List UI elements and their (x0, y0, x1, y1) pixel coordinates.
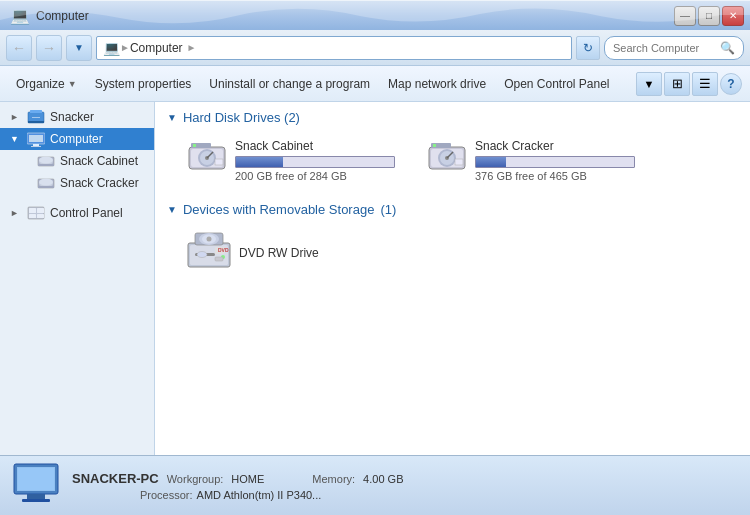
organize-label: Organize (16, 77, 65, 91)
maximize-button[interactable]: □ (698, 6, 720, 26)
hard-disk-section-header: ▼ Hard Disk Drives (2) (167, 110, 738, 125)
main-area: ► Snacker ▼ Computer Snack Cabinet (0, 102, 750, 455)
system-properties-label: System properties (95, 77, 192, 91)
search-box: 🔍 (604, 36, 744, 60)
breadcrumb-arrow: ► (120, 42, 130, 53)
svg-rect-54 (22, 499, 50, 502)
drive-icon-snack-cracker (427, 139, 467, 175)
svg-rect-20 (37, 214, 44, 218)
svg-rect-46 (215, 257, 223, 261)
drives-grid: Snack Cabinet 200 GB free of 284 GB (167, 135, 738, 186)
drive-bar-container (475, 156, 635, 168)
sidebar-item-computer[interactable]: ▼ Computer (0, 128, 154, 150)
search-input[interactable] (613, 42, 716, 54)
status-pc-icon (12, 462, 60, 509)
sidebar-item-snack-cracker[interactable]: Snack Cracker (0, 172, 154, 194)
title-wave (0, 0, 750, 30)
snack-cabinet-icon (36, 153, 56, 169)
back-button[interactable]: ← (6, 35, 32, 61)
svg-rect-55 (18, 468, 54, 490)
address-input[interactable]: 💻 ► Computer ► (96, 36, 572, 60)
drive-name: Snack Cabinet (235, 139, 395, 153)
status-bar: SNACKER-PC Workgroup: HOME Memory: 4.00 … (0, 455, 750, 515)
drive-size: 376 GB free of 465 GB (475, 170, 635, 182)
map-network-button[interactable]: Map network drive (380, 70, 494, 98)
svg-rect-27 (215, 159, 223, 165)
workgroup-value: HOME (231, 473, 264, 485)
drive-bar (236, 157, 283, 167)
open-control-label: Open Control Panel (504, 77, 609, 91)
close-button[interactable]: ✕ (722, 6, 744, 26)
svg-rect-7 (31, 146, 41, 147)
large-icons-button[interactable]: ⊞ (664, 72, 690, 96)
pc-name: SNACKER-PC (72, 471, 159, 486)
svg-point-42 (197, 252, 207, 258)
view-dropdown-button[interactable]: ▼ (636, 72, 662, 96)
breadcrumb-arrow2: ► (187, 42, 197, 53)
snack-cabinet-label: Snack Cabinet (60, 154, 138, 168)
control-panel-icon (26, 205, 46, 221)
computer-icon (26, 131, 46, 147)
drive-item-snack-cracker[interactable]: Snack Cracker 376 GB free of 465 GB (423, 135, 639, 186)
drive-name: Snack Cracker (475, 139, 635, 153)
drive-size: 200 GB free of 284 GB (235, 170, 395, 182)
svg-point-10 (39, 157, 53, 164)
svg-rect-38 (433, 144, 436, 147)
svg-rect-36 (455, 159, 463, 165)
svg-rect-29 (193, 144, 196, 147)
collapse-arrow-removable[interactable]: ▼ (167, 204, 177, 215)
sidebar-item-control-panel[interactable]: ► Control Panel (0, 202, 154, 224)
svg-rect-19 (29, 214, 36, 218)
list-view-button[interactable]: ☰ (692, 72, 718, 96)
window-title: Computer (36, 9, 89, 23)
forward-button[interactable]: → (36, 35, 62, 61)
status-info: SNACKER-PC Workgroup: HOME Memory: 4.00 … (72, 471, 403, 501)
uninstall-label: Uninstall or change a program (209, 77, 370, 91)
view-buttons: ▼ ⊞ ☰ (636, 72, 718, 96)
memory-value: 4.00 GB (363, 473, 403, 485)
processor-label: Processor: (140, 489, 193, 501)
toolbar: Organize ▼ System properties Uninstall o… (0, 66, 750, 102)
app-icon: 💻 (10, 6, 30, 25)
content-panel: ▼ Hard Disk Drives (2) (155, 102, 750, 455)
organize-arrow: ▼ (68, 79, 77, 89)
svg-rect-1 (30, 110, 42, 113)
snack-cracker-label: Snack Cracker (60, 176, 139, 190)
hard-disk-title: Hard Disk Drives (2) (183, 110, 300, 125)
snacker-label: Snacker (50, 110, 94, 124)
dropdown-button[interactable]: ▼ (66, 35, 92, 61)
search-icon: 🔍 (720, 41, 735, 55)
uninstall-button[interactable]: Uninstall or change a program (201, 70, 378, 98)
svg-rect-5 (29, 135, 43, 142)
drive-bar-container (235, 156, 395, 168)
drive-bar (476, 157, 506, 167)
control-panel-label: Control Panel (50, 206, 123, 220)
removable-count: (1) (380, 202, 396, 217)
dvd-icon: DVD (187, 231, 231, 274)
sidebar-item-snack-cabinet[interactable]: Snack Cabinet (0, 150, 154, 172)
svg-rect-3 (32, 117, 40, 118)
removable-title-text: Devices with Removable Storage (183, 202, 374, 217)
removable-items: DVD DVD RW Drive (167, 227, 738, 278)
organize-button[interactable]: Organize ▼ (8, 70, 85, 98)
breadcrumb-path: Computer (130, 41, 183, 55)
snack-cracker-icon (36, 175, 56, 191)
open-control-button[interactable]: Open Control Panel (496, 70, 617, 98)
sidebar-item-snacker[interactable]: ► Snacker (0, 106, 154, 128)
dvd-drive-item[interactable]: DVD DVD RW Drive (183, 227, 738, 278)
drive-info-snack-cracker: Snack Cracker 376 GB free of 465 GB (475, 139, 635, 182)
minimize-button[interactable]: — (674, 6, 696, 26)
expand-arrow: ▼ (10, 134, 22, 144)
dvd-name: DVD RW Drive (239, 246, 319, 260)
drive-item-snack-cabinet[interactable]: Snack Cabinet 200 GB free of 284 GB (183, 135, 399, 186)
workgroup-label: Workgroup: (167, 473, 224, 485)
svg-point-50 (207, 237, 212, 242)
computer-label: Computer (50, 132, 103, 146)
system-properties-button[interactable]: System properties (87, 70, 200, 98)
svg-point-14 (39, 179, 53, 186)
collapse-arrow[interactable]: ▼ (167, 112, 177, 123)
help-button[interactable]: ? (720, 73, 742, 95)
svg-rect-53 (27, 494, 45, 499)
refresh-button[interactable]: ↻ (576, 36, 600, 60)
memory-label: Memory: (312, 473, 355, 485)
